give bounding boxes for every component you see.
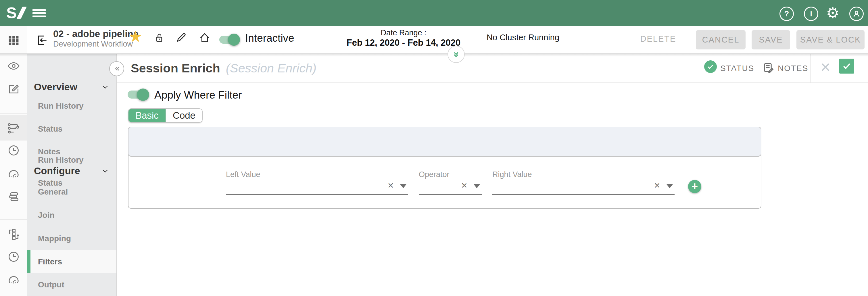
history-clock-icon[interactable] — [7, 144, 20, 157]
icon-rail — [0, 26, 28, 296]
top-app-bar: S ? i ⚙ — [0, 0, 868, 26]
run-history-clock-icon[interactable] — [7, 250, 20, 263]
tab-code[interactable]: Code — [165, 109, 202, 122]
interactive-toggle-knob[interactable] — [228, 34, 240, 46]
status-button[interactable]: STATUS — [720, 54, 754, 83]
where-expression-input[interactable] — [128, 127, 762, 157]
transform-title-wrap: Session Enrich (Session Enrich) — [131, 54, 316, 83]
info-icon[interactable]: i — [804, 7, 818, 21]
transform-subtitle: (Session Enrich) — [226, 61, 316, 75]
exit-pipeline-icon[interactable] — [36, 34, 49, 46]
right-value-input[interactable] — [492, 194, 675, 195]
date-range-picker[interactable]: Date Range : Feb 12, 2020 - Feb 14, 2020 — [346, 28, 461, 48]
pipeline-toolbar: 02 - adobe pipeline Development Workflow… — [27, 26, 868, 54]
pipeline-subtitle: Development Workflow — [53, 40, 133, 48]
info-glyph: i — [810, 9, 812, 19]
config-sidebar: Overview Run History Status Run History … — [27, 54, 117, 296]
collapse-sidebar-button[interactable] — [109, 61, 124, 76]
left-value-dropdown-icon[interactable] — [400, 184, 406, 188]
person-glyph — [852, 9, 861, 18]
sidebar-item-join[interactable]: Join — [27, 207, 116, 224]
apply-where-filter-toggle-knob[interactable] — [137, 89, 149, 101]
operator-dropdown-icon[interactable] — [474, 184, 480, 188]
favorite-star-icon[interactable]: ★ — [128, 28, 142, 45]
sidebar-item-run-history-row[interactable]: Run History — [27, 97, 116, 115]
chevron-down-icon[interactable] — [101, 167, 109, 175]
save-and-lock-button[interactable]: SAVE & LOCK — [797, 30, 865, 50]
pipeline-title: 02 - adobe pipeline — [53, 29, 138, 39]
home-icon[interactable] — [198, 32, 211, 44]
operator-label: Operator — [419, 170, 450, 179]
cluster-status: No Cluster Running — [487, 33, 559, 42]
notes-stack-icon[interactable] — [7, 190, 20, 203]
left-value-clear-icon[interactable]: ✕ — [388, 181, 394, 190]
double-chevron-left-icon — [113, 64, 121, 73]
app-logo-text: S — [6, 4, 17, 21]
app-logo[interactable]: S — [6, 4, 24, 21]
right-value-dropdown-icon[interactable] — [666, 184, 673, 188]
interactive-label: Interactive — [245, 32, 294, 44]
workflow-hierarchy-icon[interactable] — [7, 228, 20, 240]
left-value-input[interactable] — [226, 194, 408, 195]
notes-button[interactable]: NOTES — [778, 54, 808, 83]
status-gauge-icon[interactable] — [7, 167, 20, 180]
left-value-label: Left Value — [226, 170, 260, 179]
apply-check-button[interactable] — [839, 59, 854, 73]
app-grid-icon[interactable] — [7, 34, 20, 47]
metrics-gauge-icon[interactable] — [7, 273, 20, 286]
transform-panel-header: Session Enrich (Session Enrich) STATUS N… — [117, 54, 868, 83]
notes-doc-icon[interactable] — [762, 62, 775, 74]
transform-title: Session Enrich — [131, 61, 220, 75]
status-ok-icon[interactable] — [704, 60, 717, 73]
editor-mode-tabs: Basic Code — [128, 108, 203, 123]
operator-input[interactable] — [419, 194, 482, 195]
account-icon[interactable] — [849, 7, 864, 21]
rail-divider — [0, 219, 27, 220]
toolbar-shadow — [0, 54, 868, 57]
save-button[interactable]: SAVE — [752, 30, 790, 50]
add-condition-button[interactable]: + — [688, 180, 701, 193]
cancel-button[interactable]: CANCEL — [696, 30, 746, 50]
apply-where-filter-label: Apply Where Filter — [154, 89, 242, 101]
tab-basic[interactable]: Basic — [128, 109, 165, 122]
close-panel-icon[interactable] — [820, 62, 831, 73]
date-range-value: Feb 12, 2020 - Feb 14, 2020 — [346, 38, 461, 48]
sidebar-section-overview[interactable]: Overview — [27, 78, 116, 95]
date-range-label: Date Range : — [346, 28, 461, 38]
double-chevron-down-icon — [451, 50, 461, 59]
edit-compose-icon[interactable] — [7, 82, 20, 95]
edit-pencil-icon[interactable] — [175, 32, 187, 44]
sidebar-item-output[interactable]: Output — [27, 276, 116, 293]
operator-clear-icon[interactable]: ✕ — [461, 181, 468, 190]
unlock-icon[interactable] — [153, 32, 165, 44]
transforms-flow-icon[interactable] — [7, 122, 20, 135]
sidebar-section-configure[interactable]: Configure — [27, 162, 116, 179]
filters-content: Apply Where Filter Basic Code Left Value… — [117, 83, 868, 296]
right-value-label: Right Value — [492, 170, 532, 179]
sidebar-item-notes[interactable]: Notes — [27, 143, 116, 160]
chevron-down-icon[interactable] — [101, 83, 109, 91]
help-glyph: ? — [784, 9, 789, 19]
delete-button[interactable]: DELETE — [635, 34, 681, 44]
sidebar-item-mapping[interactable]: Mapping — [27, 230, 116, 247]
app-logo-mark — [17, 7, 27, 19]
help-icon[interactable]: ? — [779, 7, 794, 21]
rail-divider — [0, 113, 27, 113]
preview-eye-icon[interactable] — [7, 60, 20, 72]
expand-canvas-button[interactable] — [447, 46, 465, 63]
header-vertical-divider — [810, 54, 810, 83]
menu-icon[interactable] — [32, 9, 46, 19]
sidebar-item-filters[interactable]: Filters — [27, 253, 116, 270]
settings-gear-icon[interactable]: ⚙ — [826, 5, 840, 21]
sidebar-item-status[interactable]: Status — [27, 121, 116, 138]
sidebar-item-general[interactable]: General — [27, 183, 116, 201]
right-value-clear-icon[interactable]: ✕ — [654, 181, 660, 190]
